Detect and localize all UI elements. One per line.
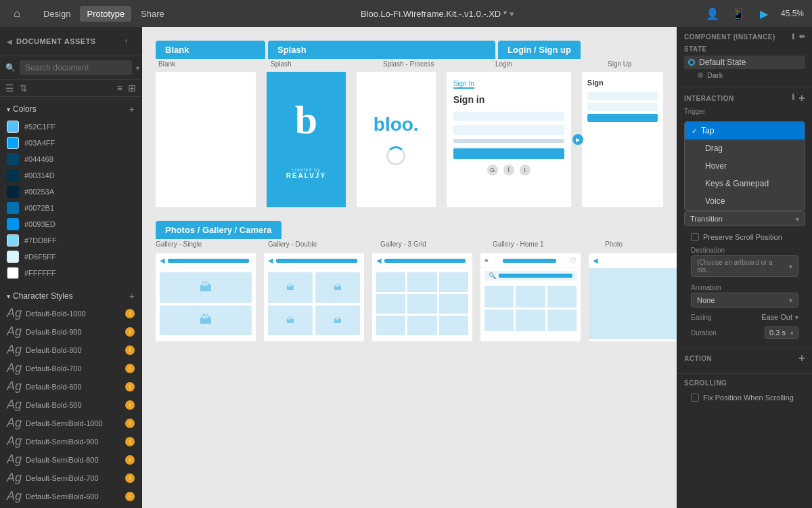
- state-dot: [688, 59, 695, 66]
- frame-gallery-single[interactable]: ◀ 🏔 🏔: [156, 253, 256, 341]
- filter-icon[interactable]: ☰: [5, 83, 14, 93]
- gallery-body: [480, 283, 581, 334]
- gallery-thumb: [516, 310, 545, 331]
- sublabel-splash-process: Splash - Process: [380, 60, 490, 68]
- trigger-option-keys[interactable]: Keys & Gamepad: [685, 175, 805, 192]
- facebook-icon[interactable]: f: [503, 165, 514, 175]
- sort-icon[interactable]: ⇅: [20, 83, 28, 93]
- list-view-icon[interactable]: ≡: [117, 83, 122, 93]
- warning-icon: !: [125, 437, 135, 446]
- fix-position-checkbox[interactable]: [691, 394, 699, 402]
- frame-photo[interactable]: ◀: [589, 253, 677, 341]
- search-icon: 🔍: [5, 63, 16, 72]
- easing-select[interactable]: Ease Out ▾: [761, 313, 798, 321]
- main-layout: ◀ DOCUMENT ASSETS ↑ 🔍 ▾ ☰ ⇅ ≡ ⊞ ▾ Colors: [0, 27, 812, 508]
- add-color-button[interactable]: +: [129, 104, 135, 114]
- state-default[interactable]: Default State: [684, 56, 805, 69]
- right-panel: COMPONENT (INSTANCE) ℹ ✏ State Default S…: [677, 27, 812, 508]
- gallery-search: 🔍: [480, 268, 581, 283]
- grid-view-icon[interactable]: ⊞: [128, 83, 136, 93]
- login-button[interactable]: [453, 148, 564, 159]
- chevron-down-icon[interactable]: ▾: [136, 64, 139, 72]
- login-tabs: Sign In: [453, 80, 564, 89]
- list-item: Ag Default-SemiBold-600 !: [0, 487, 141, 505]
- edit-icon[interactable]: ✏: [799, 33, 806, 41]
- color-name: #00253A: [24, 188, 54, 196]
- transition-select[interactable]: Transition ▾: [684, 211, 805, 226]
- tab-sign-in[interactable]: Sign In: [453, 80, 474, 89]
- nav-prototype[interactable]: Prototype: [80, 6, 131, 22]
- sidebar-title: DOCUMENT ASSETS: [16, 37, 96, 45]
- fix-position-row: Fix Position When Scrolling: [684, 391, 805, 404]
- frame-section-blank: Blank: [156, 41, 265, 59]
- char-styles-header[interactable]: ▾ Character Styles +: [0, 288, 141, 304]
- canvas-area[interactable]: Blank Splash Login / Sign up Blank Splas…: [142, 27, 677, 508]
- export-icon[interactable]: ↑: [117, 33, 135, 50]
- chevron-down-colors-icon: ▾: [7, 106, 10, 113]
- splash-logo: b: [295, 100, 317, 140]
- state-dark[interactable]: Dark: [684, 69, 805, 81]
- search-input[interactable]: [20, 60, 132, 75]
- animation-select[interactable]: None ▾: [691, 293, 798, 308]
- add-char-style-button[interactable]: +: [129, 291, 135, 301]
- char-preview: Ag: [7, 489, 20, 503]
- frame-signup[interactable]: Sign: [582, 72, 663, 207]
- frame-gallery-double[interactable]: ◀ 🏔 🏔 🏔 🏔: [264, 253, 364, 341]
- google-icon[interactable]: G: [487, 165, 498, 175]
- trigger-option-drag[interactable]: Drag: [685, 140, 805, 157]
- frame-gallery-3grid[interactable]: ◀: [372, 253, 472, 341]
- nav-arrow[interactable]: ▶: [572, 134, 583, 145]
- char-preview: Ag: [7, 306, 20, 320]
- easing-label: Easing: [691, 314, 712, 321]
- frame-splash-process[interactable]: bloo.: [357, 72, 436, 207]
- char-preview: Ag: [7, 452, 20, 467]
- frame-login[interactable]: Sign In Sign in G f t ▶: [447, 72, 571, 207]
- list-item: #00314D: [7, 167, 135, 184]
- mobile-preview-icon[interactable]: 📱: [729, 5, 747, 22]
- username-field[interactable]: [453, 112, 564, 121]
- char-style-name: Default-SemiBold-600: [26, 492, 120, 501]
- trigger-option-voice[interactable]: Voice: [685, 192, 805, 210]
- duration-input[interactable]: 0.3 s ▾: [765, 326, 798, 339]
- signup-field-2[interactable]: [587, 103, 658, 111]
- destination-select[interactable]: (Choose an artboard or a sta... ▾: [691, 255, 798, 277]
- colors-section-header[interactable]: ▾ Colors +: [0, 101, 141, 117]
- list-item: #52C1FF: [7, 119, 135, 135]
- add-action-button[interactable]: +: [798, 353, 805, 364]
- destination-label: Destination: [684, 244, 805, 255]
- sidebar-toolbar: ☰ ⇅ ≡ ⊞: [0, 80, 141, 97]
- duration-label: Duration: [691, 329, 717, 337]
- colors-section: ▾ Colors + #52C1FF #03A4FF #044468: [0, 97, 141, 287]
- signup-field-1[interactable]: [587, 92, 658, 100]
- twitter-icon[interactable]: t: [520, 165, 531, 175]
- forgot-link[interactable]: [453, 139, 564, 143]
- info-icon[interactable]: ℹ: [792, 33, 795, 41]
- search-bar[interactable]: 🔍: [484, 271, 577, 280]
- gallery-header: ◀: [156, 253, 256, 268]
- trigger-option-hover[interactable]: Hover: [685, 157, 805, 175]
- dropdown-arrow-icon[interactable]: ▾: [510, 9, 514, 19]
- component-instance-title: COMPONENT (INSTANCE) ℹ ✏: [684, 33, 805, 41]
- list-item: Ag Default-SemiBold-800 !: [0, 450, 141, 469]
- trigger-option-tap[interactable]: ✓ Tap: [685, 122, 805, 140]
- frame-splash[interactable]: b created by REALVJY: [267, 72, 346, 207]
- preserve-scroll-checkbox[interactable]: [691, 233, 699, 241]
- play-icon[interactable]: ▶: [755, 5, 773, 22]
- home-icon[interactable]: ⌂: [8, 5, 26, 22]
- user-icon[interactable]: 👤: [704, 5, 721, 22]
- nav-design[interactable]: Design: [37, 6, 77, 22]
- frame-blank[interactable]: [156, 72, 256, 207]
- search-bar-fill: [499, 274, 572, 278]
- frame-group-splash: Blank Splash Login / Sign up Blank Splas…: [156, 41, 663, 207]
- nav-share[interactable]: Share: [134, 6, 171, 22]
- add-interaction-button[interactable]: +: [798, 93, 805, 104]
- info-icon-interaction[interactable]: ℹ: [792, 93, 795, 104]
- signup-btn[interactable]: [587, 114, 658, 122]
- frame-gallery-home1[interactable]: ≡ ♡ 🔍: [480, 253, 581, 341]
- color-name: #FFFFFF: [24, 269, 55, 277]
- list-item: Ag Default-SemiBold-1000 !: [0, 414, 141, 432]
- color-name: #0072B1: [24, 204, 54, 212]
- password-field[interactable]: [453, 125, 564, 135]
- char-preview: Ag: [7, 324, 20, 339]
- chevron-left-icon[interactable]: ◀: [7, 38, 12, 45]
